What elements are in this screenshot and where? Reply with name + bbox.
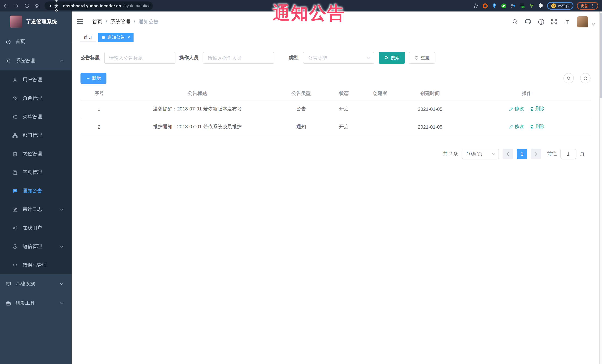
extension-pin-icon[interactable]: [491, 3, 497, 9]
edit-link[interactable]: 修改: [509, 124, 524, 130]
security-warning-icon[interactable]: ▲: [49, 4, 52, 8]
sidebar-item-menu-mgmt[interactable]: 菜单管理: [0, 107, 72, 126]
browser-update-button[interactable]: 更新 ⋮: [577, 2, 598, 10]
search-button[interactable]: 搜索: [379, 52, 405, 64]
screenshot-root: ▲ 不安全 dashboard.yudao.iocoder.cn/system/…: [0, 0, 602, 364]
sidebar-item-role-mgmt[interactable]: 角色管理: [0, 89, 72, 107]
goto-page-input[interactable]: [560, 149, 576, 159]
delete-link[interactable]: 删除: [530, 106, 545, 112]
col-header-created: 创建时间: [398, 87, 462, 100]
sidebar-item-audit-log[interactable]: 审计日志: [0, 200, 72, 219]
sidebar-item-post-mgmt[interactable]: 岗位管理: [0, 145, 72, 163]
sidebar-item-dict-mgmt[interactable]: 字典管理: [0, 163, 72, 182]
sidebar-item-sms-mgmt[interactable]: 短信管理: [0, 237, 72, 256]
delete-link[interactable]: 删除: [530, 124, 545, 130]
sidebar-item-dept-mgmt[interactable]: 部门管理: [0, 126, 72, 145]
cell-type: 公告: [277, 100, 325, 118]
add-button-label: 新增: [92, 75, 101, 81]
breadcrumb-separator: /: [134, 19, 135, 24]
edit-pencil-icon: [509, 107, 513, 111]
sidebar-item-label: 在线用户: [23, 225, 42, 231]
notice-table: 序号 公告标题 公告类型 状态 创建者 创建时间 操作 1 温馨提醒：2018-…: [80, 87, 591, 136]
extension-leaf-icon[interactable]: [528, 3, 534, 9]
chevron-left-icon: [506, 152, 509, 156]
sidebar-collapse-icon[interactable]: [76, 18, 84, 25]
browser-home-button[interactable]: [33, 1, 42, 10]
extension-on-badge-icon[interactable]: on: [519, 3, 525, 9]
page-number-1[interactable]: 1: [517, 149, 527, 159]
tab-close-icon[interactable]: ×: [128, 35, 130, 39]
window-scrollbar[interactable]: [599, 11, 602, 364]
github-icon[interactable]: [525, 18, 532, 25]
browser-menu-kebab-icon[interactable]: ⋮: [591, 3, 595, 8]
col-header-creator: 创建者: [362, 87, 398, 100]
browser-forward-button[interactable]: [12, 1, 21, 10]
svg-text:T: T: [564, 21, 566, 24]
url-host[interactable]: dashboard.yudao.iocoder.cn: [63, 3, 121, 8]
add-notice-button[interactable]: 新增: [80, 73, 107, 84]
reset-button[interactable]: 重置: [409, 52, 435, 64]
sidebar-item-label: 部门管理: [23, 132, 42, 139]
prev-page-button[interactable]: [503, 149, 513, 159]
extensions-puzzle-icon[interactable]: [538, 3, 544, 9]
breadcrumb-system[interactable]: 系统管理: [110, 18, 130, 25]
refresh-table-button[interactable]: [580, 73, 591, 83]
show-search-toggle-button[interactable]: [563, 73, 574, 83]
help-icon[interactable]: [538, 18, 545, 25]
sidebar-item-home[interactable]: 首页: [0, 32, 72, 51]
sidebar-item-infrastructure[interactable]: 基础设施: [0, 274, 72, 294]
cell-actions: 修改 删除: [462, 118, 591, 136]
edit-link[interactable]: 修改: [509, 106, 524, 112]
browser-address-bar[interactable]: ▲ 不安全 dashboard.yudao.iocoder.cn/system/…: [44, 1, 153, 10]
sidebar-item-system[interactable]: 系统管理: [0, 51, 72, 70]
page-unit-label: 页: [580, 150, 585, 157]
bookmark-star-icon[interactable]: [473, 3, 479, 9]
fullscreen-icon[interactable]: [551, 19, 557, 25]
tab-notice[interactable]: 通知公告 ×: [98, 33, 134, 42]
profile-paused-pill[interactable]: 已暂停: [547, 2, 573, 10]
breadcrumb-home[interactable]: 首页: [92, 18, 102, 25]
browser-reload-button[interactable]: [22, 1, 31, 10]
user-icon: [12, 77, 18, 83]
extension-target-icon[interactable]: [482, 3, 488, 9]
main-content: 公告标题 操作人员 类型 搜索 重置: [72, 43, 599, 364]
sidebar-item-online-users[interactable]: 在线用户: [0, 219, 72, 237]
scrollbar-thumb[interactable]: [600, 13, 602, 98]
page-size-select[interactable]: 10条/页: [462, 149, 499, 159]
sidebar-item-dev-tools[interactable]: 研发工具: [0, 294, 72, 313]
notice-title-input[interactable]: [105, 52, 175, 63]
url-path[interactable]: /system/notice: [123, 3, 150, 8]
tab-label: 首页: [84, 34, 92, 40]
browser-back-button[interactable]: [1, 1, 11, 10]
plus-icon: [86, 76, 90, 80]
extension-green-circle-icon[interactable]: [501, 3, 506, 9]
operator-input[interactable]: [203, 52, 274, 63]
audit-edit-icon: [12, 207, 18, 212]
sidebar-item-label: 基础设施: [16, 281, 35, 287]
avatar-caret-icon[interactable]: [591, 23, 595, 26]
code-icon: [12, 262, 18, 268]
user-avatar[interactable]: [577, 16, 588, 27]
sidebar-item-label: 用户管理: [23, 76, 42, 83]
chevron-up-icon: [60, 59, 64, 62]
font-size-icon[interactable]: TT: [563, 19, 571, 25]
sidebar-item-user-mgmt[interactable]: 用户管理: [0, 70, 72, 89]
app-logo-row[interactable]: 芋道管理系统: [0, 11, 72, 32]
next-page-button[interactable]: [531, 149, 541, 159]
chevron-right-icon: [535, 152, 538, 156]
header-search-icon[interactable]: [512, 19, 518, 25]
sidebar: 芋道管理系统 首页 系统管理 用户管理 角色管理 菜单管理: [0, 11, 72, 364]
update-label: 更新: [580, 3, 589, 9]
type-select[interactable]: [303, 52, 374, 64]
sidebar-item-label: 错误码管理: [23, 262, 47, 268]
tab-home[interactable]: 首页: [80, 33, 96, 42]
svg-text:T: T: [566, 19, 570, 25]
cell-created: 2021-01-05: [398, 100, 462, 118]
sidebar-item-errorcode-mgmt[interactable]: 错误码管理: [0, 256, 72, 274]
sidebar-item-notice[interactable]: 通知公告: [0, 182, 72, 200]
extension-grid-diamond-icon[interactable]: [510, 3, 516, 9]
col-header-type: 公告类型: [277, 87, 325, 100]
notice-title-input-wrap: [104, 52, 175, 64]
operator-input-wrap: [203, 52, 274, 64]
type-select-input[interactable]: [303, 52, 374, 63]
